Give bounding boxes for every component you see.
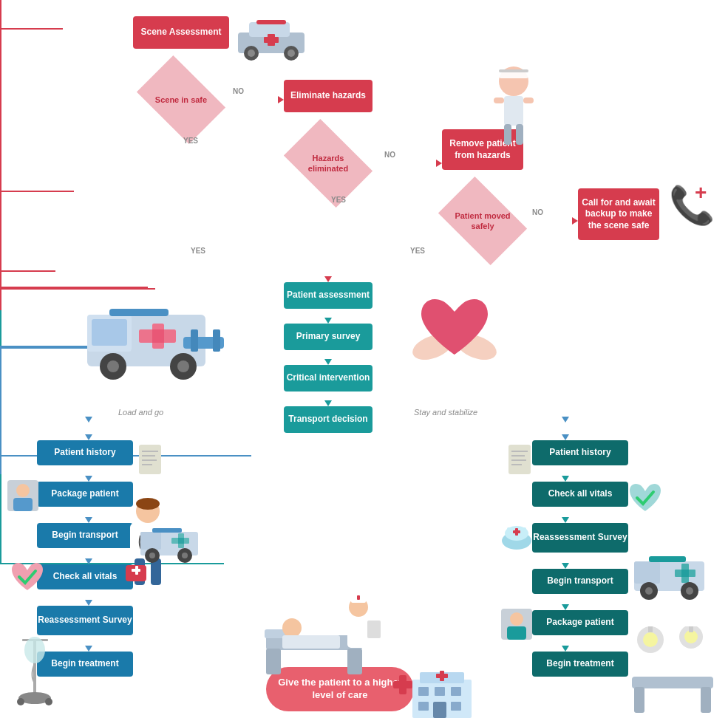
svg-point-29 <box>177 360 189 372</box>
arrow-ci-down <box>0 334 1 346</box>
load-go-label: Load and go <box>118 408 163 417</box>
svg-rect-123 <box>440 671 444 681</box>
nurse-patient-illustration <box>259 569 384 680</box>
svg-rect-75 <box>648 626 653 632</box>
svg-rect-116 <box>418 687 429 696</box>
arrowhead-patient-no <box>572 217 578 225</box>
svg-rect-117 <box>435 687 445 696</box>
heart-hands-illustration <box>406 281 503 377</box>
svg-rect-8 <box>256 20 286 24</box>
svg-rect-54 <box>649 556 686 562</box>
svg-rect-43 <box>135 566 138 575</box>
ah-lcv <box>85 600 92 606</box>
right-begin-treatment-box: Begin treatment <box>532 652 628 677</box>
person-avatar-right <box>500 607 534 641</box>
person-avatar-left <box>6 479 40 513</box>
right-package-box: Package patient <box>532 610 628 635</box>
arrow-lbt-down <box>0 393 1 406</box>
ah-right-v1 <box>562 434 569 440</box>
svg-rect-66 <box>367 620 381 638</box>
svg-rect-85 <box>142 459 157 461</box>
left-patient-history-box: Patient history <box>37 440 133 465</box>
arrow-to-assessment <box>0 290 1 310</box>
scene-safe-diamond: Scene in safe <box>144 74 218 126</box>
svg-rect-79 <box>632 677 713 688</box>
svg-rect-91 <box>511 464 522 465</box>
arrow-rph-down <box>0 474 1 488</box>
svg-rect-83 <box>142 451 158 452</box>
hazards-eliminated-diamond: Hazards eliminated <box>291 137 365 189</box>
critical-intervention-box: Critical intervention <box>284 365 372 392</box>
svg-point-5 <box>288 49 295 57</box>
svg-rect-121 <box>433 702 446 718</box>
arrow-patient-yes <box>0 272 1 287</box>
ambulance-illustration-right <box>627 550 715 602</box>
surgery-table-right <box>621 626 724 715</box>
left-vertical <box>0 349 1 366</box>
svg-rect-78 <box>689 626 693 632</box>
svg-rect-60 <box>282 635 340 649</box>
svg-rect-103 <box>178 533 184 548</box>
ah-lbt <box>85 558 92 564</box>
svg-text:+: + <box>695 181 707 204</box>
right-patient-history-box: Patient history <box>532 440 628 465</box>
svg-rect-33 <box>213 329 220 352</box>
heart-check-left <box>9 558 46 595</box>
arrow-pa-down <box>0 310 1 322</box>
svg-rect-89 <box>511 455 525 457</box>
arrow-ps-down <box>0 322 1 334</box>
ah-rbt <box>562 604 569 610</box>
svg-rect-88 <box>511 451 528 452</box>
arrow-yes-right <box>0 288 155 290</box>
flowchart-diagram: Scene Assessment Scene in safe NO YES El… <box>0 0 728 718</box>
ah-left-v1 <box>85 434 92 440</box>
arrow-hazards-yes <box>0 192 1 242</box>
svg-point-93 <box>16 484 30 497</box>
arrow-lbt2-down <box>0 433 1 455</box>
phone-icon-illustration: 📞 + <box>665 177 717 229</box>
eliminate-hazards-box: Eliminate hazards <box>284 80 372 112</box>
svg-point-74 <box>643 632 658 647</box>
arrowhead-assessment <box>324 276 332 282</box>
police-car-illustration <box>231 10 319 62</box>
svg-rect-97 <box>507 626 526 640</box>
transport-decision-box: Transport decision <box>284 406 372 433</box>
red-cross-final <box>392 674 414 696</box>
yes-label-left: YES <box>191 247 205 255</box>
ambulance-illustration-left <box>65 293 228 389</box>
svg-point-59 <box>282 618 302 637</box>
no-label-2: NO <box>384 151 395 159</box>
right-vertical <box>0 457 1 474</box>
patient-assessment-box: Patient assessment <box>284 282 372 309</box>
arrow-hazards-no <box>0 191 74 192</box>
svg-rect-56 <box>266 649 281 674</box>
arrow-lp-down <box>0 380 1 393</box>
arrow-lcv-down <box>0 406 1 420</box>
svg-rect-118 <box>451 687 461 696</box>
ah-rp <box>562 646 569 652</box>
svg-rect-120 <box>451 702 461 711</box>
svg-point-27 <box>107 360 119 372</box>
svg-rect-11 <box>499 69 528 72</box>
ah-lp <box>85 517 92 523</box>
patient-figure-illustration <box>488 59 540 148</box>
arrow-rp-down <box>0 527 1 541</box>
svg-rect-45 <box>634 561 660 584</box>
scene-assessment-box: Scene Assessment <box>133 16 229 49</box>
arrow-remove-down <box>0 242 1 270</box>
no-label-3: NO <box>532 208 543 216</box>
patient-moved-diamond: Patient moved safely <box>446 195 520 247</box>
right-reassessment-box: Reassessment Survey <box>532 523 628 553</box>
svg-rect-7 <box>268 34 275 46</box>
svg-rect-57 <box>347 649 362 674</box>
arrow-lph-down <box>0 366 1 380</box>
call-backup-box: Call for and await backup to make the sc… <box>578 188 659 240</box>
svg-rect-99 <box>140 532 161 550</box>
yes-label-right: YES <box>410 247 425 255</box>
svg-point-107 <box>182 553 188 558</box>
arrowhead-no-right <box>278 96 284 103</box>
svg-rect-108 <box>152 528 182 533</box>
svg-rect-90 <box>511 459 526 461</box>
yes-label-scene: YES <box>183 137 198 145</box>
arrowhead-hazards-no <box>436 160 442 167</box>
